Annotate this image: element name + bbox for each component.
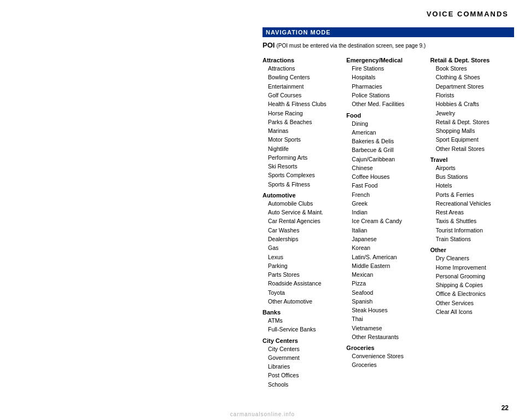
- category-item: Libraries: [262, 362, 342, 371]
- category-item: Seafood: [346, 288, 425, 297]
- category-item: Fast Food: [346, 181, 425, 190]
- category-header: Food: [346, 112, 425, 119]
- category-item: Dining: [346, 119, 425, 128]
- category-item: Other Med. Facilities: [346, 100, 425, 108]
- category-item: French: [346, 190, 425, 199]
- column-0: AttractionsAttractionsBowling CentersEnt…: [262, 54, 346, 389]
- category-item: Thai: [346, 314, 425, 323]
- category-item: Greek: [346, 199, 425, 208]
- page-number: 22: [501, 404, 509, 412]
- category-item: Attractions: [262, 64, 342, 73]
- category-item: Office & Electronics: [430, 289, 510, 298]
- category-item: Clear All Icons: [430, 307, 510, 316]
- category-item: City Centers: [262, 345, 342, 353]
- category-item: Fire Stations: [346, 64, 425, 73]
- category-item: Taxis & Shuttles: [430, 217, 510, 225]
- category-header: Other: [430, 247, 510, 253]
- category-item: Car Rental Agencies: [262, 217, 342, 225]
- category-item: Bowling Centers: [262, 73, 342, 81]
- category-item: Steak Houses: [346, 306, 425, 314]
- category-item: Shipping & Copies: [430, 281, 510, 289]
- nav-mode-bar: NAVIGATION MODE: [262, 27, 514, 37]
- category-item: Rest Areas: [430, 208, 510, 217]
- category-item: ATMs: [262, 316, 342, 325]
- category-item: Post Offices: [262, 371, 342, 380]
- category-item: Marinas: [262, 126, 342, 135]
- category-item: Convenience Stores: [346, 352, 425, 360]
- category-item: Train Stations: [430, 235, 510, 243]
- category-item: Car Washes: [262, 226, 342, 235]
- category-item: Schools: [262, 380, 342, 389]
- category-item: Cajun/Caribbean: [346, 155, 425, 164]
- category-item: Gas: [262, 243, 342, 252]
- category-item: Police Stations: [346, 91, 425, 100]
- category-item: Performing Arts: [262, 153, 342, 162]
- category-item: Other Restaurants: [346, 332, 425, 341]
- category-item: Italian: [346, 226, 425, 235]
- category-item: Hobbies & Crafts: [430, 100, 510, 108]
- category-item: American: [346, 128, 425, 137]
- category-item: Spanish: [346, 297, 425, 306]
- column-2: Retail & Dept. StoresBook StoresClothing…: [430, 54, 514, 389]
- category-item: Clothing & Shoes: [430, 73, 510, 81]
- category-item: Korean: [346, 243, 425, 252]
- category-item: Other Services: [430, 299, 510, 307]
- category-item: Sports Complexes: [262, 171, 342, 179]
- category-item: Middle Eastern: [346, 261, 425, 270]
- category-item: Vietnamese: [346, 324, 425, 332]
- category-item: Parks & Beaches: [262, 118, 342, 126]
- category-item: Pharmacies: [346, 82, 425, 91]
- category-item: Sports & Fitness: [262, 180, 342, 189]
- category-item: Ports & Ferries: [430, 190, 510, 199]
- category-item: Toyota: [262, 288, 342, 297]
- category-item: Pizza: [346, 279, 425, 288]
- category-item: Ice Cream & Candy: [346, 217, 425, 225]
- watermark: carmanualsonline.info: [230, 411, 295, 417]
- columns-container: AttractionsAttractionsBowling CentersEnt…: [262, 54, 514, 389]
- category-item: Hospitals: [346, 73, 425, 81]
- category-item: Florists: [430, 91, 510, 100]
- category-item: Dealerships: [262, 235, 342, 243]
- category-item: Golf Courses: [262, 91, 342, 100]
- category-item: Hotels: [430, 181, 510, 190]
- category-item: Sport Equipment: [430, 135, 510, 144]
- category-item: Horse Racing: [262, 109, 342, 118]
- category-header: Attractions: [262, 57, 342, 63]
- category-item: Airports: [430, 164, 510, 172]
- category-item: Government: [262, 353, 342, 362]
- category-item: Ski Resorts: [262, 162, 342, 171]
- category-item: Parking: [262, 261, 342, 270]
- category-item: Dry Cleaners: [430, 254, 510, 262]
- category-item: Full-Service Banks: [262, 325, 342, 334]
- category-item: Indian: [346, 208, 425, 217]
- category-header: Travel: [430, 156, 510, 163]
- category-item: Roadside Assistance: [262, 279, 342, 288]
- category-header: Retail & Dept. Stores: [430, 57, 510, 63]
- category-item: Chinese: [346, 164, 425, 172]
- column-1: Emergency/MedicalFire StationsHospitalsP…: [346, 54, 430, 389]
- category-item: Mexican: [346, 270, 425, 279]
- category-item: Auto Service & Maint.: [262, 208, 342, 217]
- category-item: Entertainment: [262, 82, 342, 91]
- category-item: Parts Stores: [262, 270, 342, 279]
- poi-label: POI: [262, 41, 275, 49]
- category-header: City Centers: [262, 337, 342, 344]
- category-item: Other Retail Stores: [430, 144, 510, 153]
- page-title: VOICE COMMANDS: [427, 10, 509, 18]
- category-item: Personal Grooming: [430, 272, 510, 281]
- category-item: Groceries: [346, 360, 425, 369]
- poi-note: (POI must be entered via the destination…: [276, 43, 425, 49]
- category-item: Motor Sports: [262, 135, 342, 144]
- poi-line: POI (POI must be entered via the destina…: [262, 40, 514, 50]
- category-header: Banks: [262, 309, 342, 316]
- category-item: Nightlife: [262, 144, 342, 153]
- category-item: Bakeries & Delis: [346, 137, 425, 145]
- category-item: Tourist Information: [430, 226, 510, 235]
- category-header: Groceries: [346, 345, 425, 351]
- category-item: Coffee Houses: [346, 172, 425, 181]
- category-item: Retail & Dept. Stores: [430, 118, 510, 126]
- category-item: Other Automotive: [262, 297, 342, 306]
- category-item: Lexus: [262, 253, 342, 261]
- category-item: Japanese: [346, 235, 425, 243]
- category-header: Automotive: [262, 192, 342, 199]
